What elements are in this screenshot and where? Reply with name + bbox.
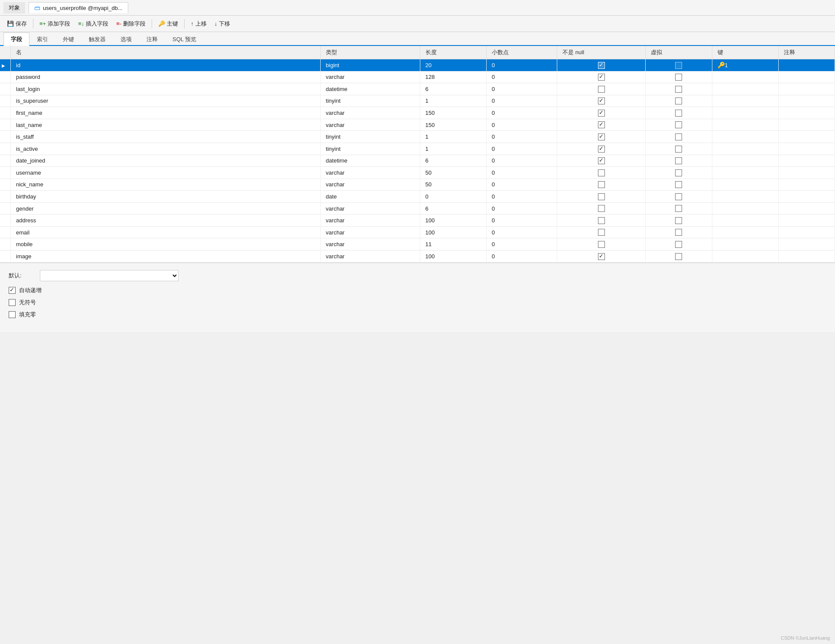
- table-row[interactable]: imagevarchar1000: [0, 250, 835, 263]
- unsigned-checkbox[interactable]: [9, 299, 16, 306]
- field-virtual-3[interactable]: [646, 95, 712, 107]
- move-up-button[interactable]: ↑ 上移: [187, 19, 210, 29]
- row-indicator-7: [0, 143, 11, 155]
- field-key-7: [712, 143, 778, 155]
- field-type-7: tinyint: [320, 143, 420, 155]
- field-notnull-14[interactable]: [557, 226, 646, 238]
- nav-tab-2[interactable]: 外键: [55, 33, 81, 46]
- nav-tab-3[interactable]: 触发器: [81, 33, 113, 46]
- zerofill-checkbox[interactable]: [9, 311, 16, 318]
- field-name-0: id: [11, 59, 321, 72]
- field-decimal-1: 0: [486, 71, 557, 83]
- table-row[interactable]: usernamevarchar500: [0, 167, 835, 179]
- field-virtual-14[interactable]: [646, 226, 712, 238]
- field-type-13: varchar: [320, 215, 420, 227]
- field-notnull-11[interactable]: [557, 191, 646, 203]
- field-notnull-7[interactable]: [557, 143, 646, 155]
- field-notnull-12[interactable]: [557, 202, 646, 215]
- field-notnull-8[interactable]: [557, 155, 646, 167]
- table-row[interactable]: addressvarchar1000: [0, 215, 835, 227]
- field-decimal-3: 0: [486, 95, 557, 107]
- field-notnull-2[interactable]: [557, 83, 646, 95]
- field-virtual-4[interactable]: [646, 107, 712, 119]
- primary-key-button[interactable]: 🔑 主键: [155, 19, 182, 29]
- field-name-7: is_active: [11, 143, 321, 155]
- zerofill-label: 填充零: [19, 311, 36, 319]
- field-type-9: varchar: [320, 167, 420, 179]
- field-virtual-8[interactable]: [646, 155, 712, 167]
- field-virtual-2[interactable]: [646, 83, 712, 95]
- table-row[interactable]: is_stafftinyint10: [0, 131, 835, 143]
- inactive-tab[interactable]: 对象: [3, 2, 25, 13]
- nav-tab-4[interactable]: 选项: [113, 33, 139, 46]
- field-notnull-6[interactable]: [557, 131, 646, 143]
- table-row[interactable]: date_joineddatetime60: [0, 155, 835, 167]
- field-virtual-1[interactable]: [646, 71, 712, 83]
- row-indicator-8: [0, 155, 11, 167]
- field-notnull-9[interactable]: [557, 167, 646, 179]
- add-field-button[interactable]: ≡+ 添加字段: [36, 19, 74, 29]
- field-virtual-7[interactable]: [646, 143, 712, 155]
- table-row[interactable]: birthdaydate00: [0, 191, 835, 203]
- field-virtual-16[interactable]: [646, 250, 712, 263]
- table-row[interactable]: emailvarchar1000: [0, 226, 835, 238]
- nav-tab-5[interactable]: 注释: [139, 33, 165, 46]
- auto-increment-checkbox[interactable]: [9, 287, 16, 294]
- table-row[interactable]: nick_namevarchar500: [0, 179, 835, 191]
- field-key-13: [712, 215, 778, 227]
- field-type-8: datetime: [320, 155, 420, 167]
- field-notnull-4[interactable]: [557, 107, 646, 119]
- field-virtual-0[interactable]: [646, 59, 712, 72]
- delete-field-icon: ≡-: [116, 20, 121, 27]
- field-notnull-5[interactable]: [557, 119, 646, 131]
- table-row[interactable]: first_namevarchar1500: [0, 107, 835, 119]
- default-select[interactable]: [40, 270, 179, 281]
- col-header-4: 不是 null: [557, 46, 646, 59]
- table-row[interactable]: mobilevarchar110: [0, 238, 835, 250]
- move-down-button[interactable]: ↓ 下移: [211, 19, 234, 29]
- field-comment-2: [778, 83, 835, 95]
- table-row[interactable]: ▶idbigint200🔑1: [0, 59, 835, 72]
- active-tab-label: users_userprofile @myapi_db...: [43, 5, 123, 11]
- active-tab[interactable]: 🗃 users_userprofile @myapi_db...: [29, 2, 128, 13]
- inactive-tab-label: 对象: [9, 4, 20, 11]
- table-row[interactable]: last_namevarchar1500: [0, 119, 835, 131]
- delete-field-button[interactable]: ≡- 删除字段: [113, 19, 149, 29]
- field-notnull-16[interactable]: [557, 250, 646, 263]
- field-length-8: 6: [420, 155, 486, 167]
- nav-tab-1[interactable]: 索引: [29, 33, 55, 46]
- field-name-1: password: [11, 71, 321, 83]
- field-decimal-4: 0: [486, 107, 557, 119]
- selected-arrow: ▶: [2, 63, 5, 68]
- table-row[interactable]: passwordvarchar1280: [0, 71, 835, 83]
- field-virtual-9[interactable]: [646, 167, 712, 179]
- nav-tab-0[interactable]: 字段: [3, 33, 29, 46]
- insert-field-button[interactable]: ≡↓ 插入字段: [75, 19, 112, 29]
- field-notnull-1[interactable]: [557, 71, 646, 83]
- table-row[interactable]: gendervarchar60: [0, 202, 835, 215]
- field-notnull-15[interactable]: [557, 238, 646, 250]
- nav-tab-6[interactable]: SQL 预览: [165, 33, 204, 46]
- save-button[interactable]: 💾 保存: [3, 19, 30, 29]
- field-notnull-10[interactable]: [557, 179, 646, 191]
- table-container: 名类型长度小数点不是 null虚拟键注释 ▶idbigint200🔑1passw…: [0, 46, 835, 263]
- field-virtual-13[interactable]: [646, 215, 712, 227]
- table-row[interactable]: is_activetinyint10: [0, 143, 835, 155]
- field-key-4: [712, 107, 778, 119]
- field-notnull-13[interactable]: [557, 215, 646, 227]
- toolbar-separator-1: [33, 19, 33, 29]
- field-virtual-10[interactable]: [646, 179, 712, 191]
- auto-increment-row: 自动递增: [9, 286, 826, 294]
- field-virtual-12[interactable]: [646, 202, 712, 215]
- field-notnull-0[interactable]: [557, 59, 646, 72]
- table-row[interactable]: last_logindatetime60: [0, 83, 835, 95]
- auto-increment-label: 自动递增: [19, 286, 42, 294]
- field-virtual-6[interactable]: [646, 131, 712, 143]
- field-virtual-11[interactable]: [646, 191, 712, 203]
- field-length-5: 150: [420, 119, 486, 131]
- table-row[interactable]: is_superusertinyint10: [0, 95, 835, 107]
- field-virtual-5[interactable]: [646, 119, 712, 131]
- field-notnull-3[interactable]: [557, 95, 646, 107]
- field-virtual-15[interactable]: [646, 238, 712, 250]
- toolbar: 💾 保存 ≡+ 添加字段 ≡↓ 插入字段 ≡- 删除字段 🔑 主键 ↑ 上移 ↓…: [0, 16, 835, 32]
